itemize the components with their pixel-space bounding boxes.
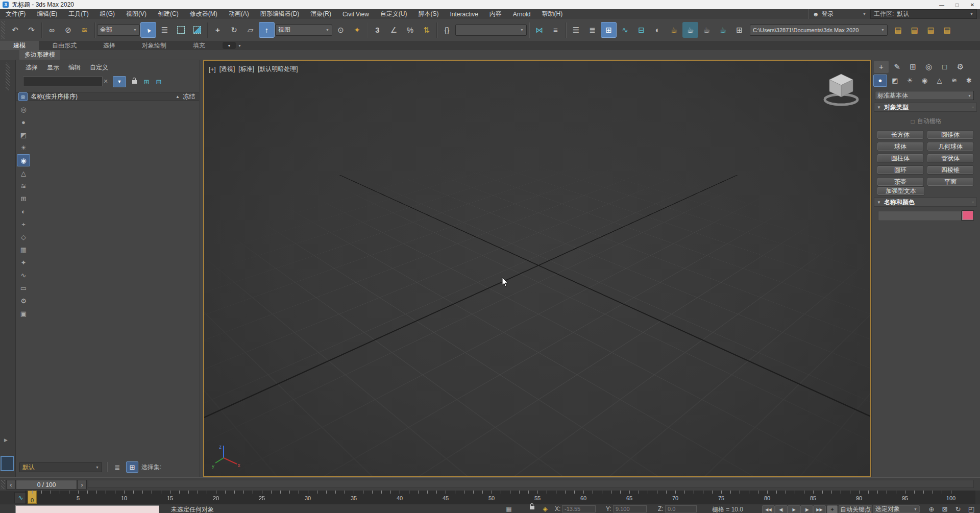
tab-display[interactable]: □ [937,61,952,73]
ribbon-tab-1[interactable]: 自由形式 [39,41,90,50]
auto-key-button[interactable]: 自动关键点 [839,505,872,513]
object-color-swatch[interactable] [962,210,974,221]
reference-coordinate-dropdown[interactable]: 视图 ▼ [275,25,332,36]
material-editor-button[interactable]: ◐ [650,22,666,38]
mirror-button[interactable]: ⋈ [531,22,547,38]
tab-utilities[interactable]: ⚙ [953,61,968,73]
select-object-button[interactable]: ▲ [140,22,156,38]
category-geometry[interactable]: ● [873,75,887,87]
explorer-search-input[interactable] [23,77,103,86]
align-button[interactable]: ≡ [548,22,564,38]
project-folder-button-2[interactable]: ▤ [906,22,922,38]
percent-snap-button[interactable]: % [402,22,418,38]
go-to-start-button[interactable]: ◀◀ [762,505,775,513]
primitive-category-dropdown[interactable]: 标准基本体 ▼ [875,91,974,100]
category-cameras[interactable]: ◉ [918,75,932,87]
viewport-menu-standard[interactable]: [标准] [238,65,254,74]
ribbon-minimize-button[interactable]: ▼ [223,42,236,49]
edit-named-selection-sets-button[interactable]: {} [439,22,455,38]
viewport-menu-general[interactable]: [+] [209,66,216,73]
tab-create[interactable]: + [874,61,889,73]
category-shapes[interactable]: ◩ [888,75,902,87]
slider-grip[interactable] [1,480,5,489]
toggle-ribbon-button[interactable]: ⊞ [601,22,617,38]
collapse-tree-button[interactable]: ⊟ [154,77,164,86]
menu-item-4[interactable]: 视图(V) [120,9,152,19]
select-and-place-button[interactable]: ↑ [259,22,275,38]
category-helpers[interactable]: △ [933,75,946,87]
redo-button[interactable]: ↷ [23,22,39,38]
maxscript-mini-listener[interactable] [15,505,159,513]
explorer-filter-button-8[interactable]: ◐ [17,205,30,217]
explorer-filter-button-14[interactable]: ▭ [17,282,30,294]
search-clear-icon[interactable]: ✕ [101,77,111,86]
curve-editor-button[interactable]: ∿ [617,22,633,38]
undo-button[interactable]: ↶ [7,22,23,38]
select-and-link-button[interactable]: ∞ [44,22,60,38]
rectangular-selection-region-button[interactable] [173,22,189,38]
dock-grip[interactable] [6,62,10,90]
rendered-frame-window-button[interactable]: ☕ [682,22,698,38]
filter-funnel-button[interactable]: ▼ [113,76,126,87]
tab-motion[interactable]: ◎ [921,61,936,73]
go-to-end-button[interactable]: ▶▶ [813,505,826,513]
tab-modify[interactable]: ✎ [890,61,904,73]
explorer-filter-button-7[interactable]: ⊞ [17,192,30,205]
object-button-5[interactable]: 管状体 [927,154,974,163]
bind-to-spacewarp-button[interactable]: ≋ [77,22,92,38]
maximize-viewport-button[interactable]: ◰ [966,505,977,513]
menu-item-7[interactable]: 动画(A) [223,9,255,19]
object-button-9[interactable]: 平面 [927,177,974,186]
render-setup-button[interactable]: ☕ [666,22,682,38]
menu-item-13[interactable]: Interactive [444,9,483,19]
explorer-filter-button-5[interactable]: △ [17,167,30,179]
explorer-filter-button-13[interactable]: ∿ [17,269,30,281]
menu-item-12[interactable]: 脚本(S) [412,9,444,19]
explorer-menu-edit[interactable]: 编辑 [64,63,85,72]
menu-item-9[interactable]: 渲染(R) [305,9,337,19]
explorer-menu-display[interactable]: 显示 [42,63,64,72]
toolbar-grip[interactable] [1,21,5,39]
open-viewport-layouts-button[interactable]: ⊞ [731,22,747,38]
close-button[interactable]: ✕ [965,0,980,9]
workspace-dropdown[interactable]: 工作区: 默认 ▼ [870,9,977,19]
name-color-rollout[interactable]: ▼ 名称和颜色 ▫ [874,198,977,207]
toggle-scene-explorer-button[interactable]: ☰ [568,22,584,38]
menu-item-14[interactable]: 内容 [484,9,507,19]
project-path-field[interactable]: C:\Users\32871\Documents\3ds Max 2020 ▼ [750,25,888,36]
menu-item-0[interactable]: 文件(F) [0,9,31,19]
render-production-button[interactable]: ☕ [699,22,715,38]
menu-item-16[interactable]: 帮助(H) [536,9,569,19]
project-folder-button-1[interactable]: ▤ [890,22,906,38]
named-selection-dropdown[interactable]: ▼ [455,25,527,36]
menu-item-8[interactable]: 图形编辑器(D) [255,9,305,19]
object-button-7[interactable]: 四棱锥 [927,165,974,175]
layers-mode-button[interactable]: ≣ [112,462,123,472]
category-spacewarps[interactable]: ≋ [947,75,961,87]
x-coordinate-field[interactable]: -13.55 [562,505,596,512]
menu-item-11[interactable]: 自定义(U) [375,9,413,19]
previous-key-button[interactable]: ◀| [775,505,788,513]
category-lights[interactable]: ☀ [903,75,917,87]
autogrid-checkbox[interactable]: □ [911,118,914,125]
project-folder-button-4[interactable]: ▤ [939,22,955,38]
set-key-button[interactable]: ✦ [827,505,838,513]
ribbon-tab-2[interactable]: 选择 [90,41,129,50]
key-filter-dropdown[interactable]: 选定对象 ▼ [873,505,920,513]
perspective-viewport[interactable]: [+] [透视] [标准] [默认明暗处理] z x y [203,60,871,477]
menu-item-1[interactable]: 编辑(E) [31,9,63,19]
expand-panel-arrow[interactable]: ▶ [4,437,8,443]
explorer-filter-button-15[interactable]: ⚙ [17,295,30,307]
login-button[interactable]: ☻ 登录 ▼ [808,9,870,19]
window-crossing-button[interactable] [189,22,205,38]
project-folder-button-3[interactable]: ▤ [923,22,939,38]
select-and-manipulate-button[interactable]: ✦ [349,22,365,38]
menu-item-2[interactable]: 工具(T) [63,9,94,19]
header-circle-icon[interactable]: ◎ [18,92,28,101]
expand-tree-button[interactable]: ⊞ [141,77,152,86]
explorer-filter-button-16[interactable]: ▣ [17,307,30,320]
toggle-layer-explorer-button[interactable]: ≣ [584,22,600,38]
explorer-filter-button-0[interactable]: ◎ [17,103,30,115]
object-button-3[interactable]: 几何球体 [927,142,974,151]
maximize-button[interactable]: □ [949,0,965,9]
